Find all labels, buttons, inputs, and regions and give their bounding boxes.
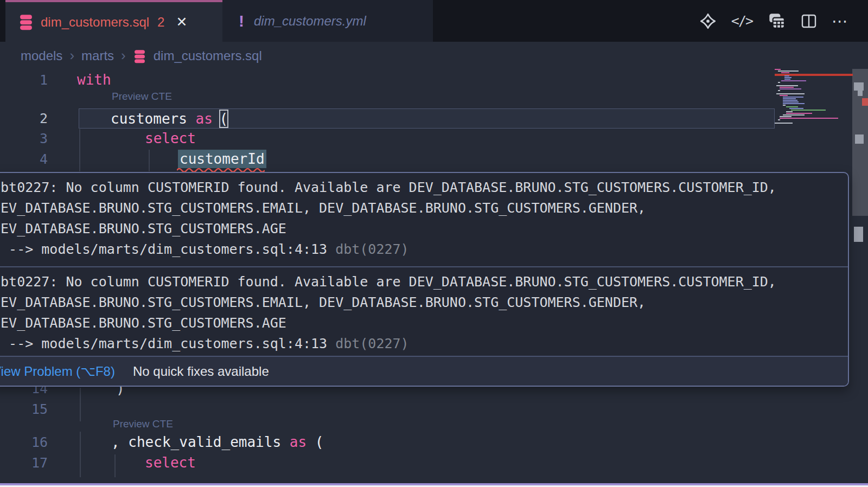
tab-label: dim_customers.yml — [254, 14, 366, 29]
error-location: --> models/marts/dim_customers.sql:4:13 … — [0, 334, 848, 354]
codelens-preview-cte[interactable]: Preview CTE — [113, 418, 173, 430]
indent-guide — [80, 388, 81, 421]
indent-guide — [80, 432, 81, 477]
close-icon[interactable]: ✕ — [176, 14, 187, 30]
more-actions-icon[interactable]: ⋯ — [832, 11, 849, 30]
error-code: dbt(0227) — [335, 336, 409, 351]
indent-guide — [114, 454, 116, 477]
code-token-keyword: as — [196, 111, 213, 127]
minimap-content — [775, 69, 853, 126]
split-editor-icon[interactable] — [800, 13, 818, 29]
highlighted-identifier[interactable]: customerId — [178, 150, 266, 168]
error-text: dbt0227: No column CUSTOMERID found. Ava… — [0, 177, 848, 198]
breadcrumb-item-marts[interactable]: marts — [81, 48, 114, 63]
quick-fix-message: No quick fixes available — [133, 364, 269, 379]
line-number: 1 — [22, 72, 48, 88]
editor-window: dim_customers.sql 2 ✕ ! dim_customers.ym… — [0, 0, 868, 487]
database-icon — [18, 14, 34, 30]
code-line-2[interactable]: 2 customers as( — [0, 108, 868, 129]
code-line-17[interactable]: 17 select — [0, 452, 868, 473]
line-number-active: 2 — [22, 111, 48, 126]
chevron-right-icon: › — [121, 47, 126, 64]
error-text: dbt0227: No column CUSTOMERID found. Ava… — [0, 272, 848, 292]
error-location: --> models/marts/dim_customers.sql:4:13 … — [0, 239, 848, 260]
code-token-keyword: as — [290, 434, 315, 450]
text-cursor: ( — [219, 110, 228, 128]
copy-table-icon[interactable] — [767, 12, 786, 30]
code-token: ( — [315, 434, 324, 450]
error-text: DEV_DATABASE.BRUNO.STG_CUSTOMERS.AGE — [0, 313, 848, 334]
tab-label: dim_customers.sql — [41, 15, 149, 30]
line-number: 4 — [22, 151, 48, 167]
code-line-4[interactable]: 4 — [0, 149, 868, 169]
error-text: DEV_DATABASE.BRUNO.STG_CUSTOMERS.EMAIL, … — [0, 292, 848, 313]
line-number: 15 — [22, 401, 48, 417]
codelens-preview-cte[interactable]: Preview CTE — [112, 91, 172, 102]
line-number: 17 — [22, 455, 48, 471]
tab-dim-customers-yml[interactable]: ! dim_customers.yml — [222, 0, 433, 42]
indent-guide — [149, 150, 150, 171]
warning-icon: ! — [239, 12, 244, 30]
compiled-code-icon[interactable]: </> — [731, 13, 752, 29]
error-text: DEV_DATABASE.BRUNO.STG_CUSTOMERS.AGE — [0, 219, 848, 239]
error-path: --> models/marts/dim_customers.sql:4:13 — [0, 336, 335, 351]
error-text: DEV_DATABASE.BRUNO.STG_CUSTOMERS.EMAIL, … — [0, 198, 848, 219]
breadcrumb: models › marts › dim_customers.sql — [0, 42, 868, 69]
line-number: 16 — [22, 434, 48, 450]
code-line-16[interactable]: 16 , check_valid_emails as ( — [0, 432, 868, 452]
dbt-icon[interactable] — [699, 12, 717, 30]
ruler-marks — [852, 0, 868, 487]
hover-status-bar: View Problem (⌥F8) No quick fixes availa… — [0, 356, 848, 386]
line-number: 3 — [22, 131, 48, 146]
code-line-1[interactable]: 1 with — [0, 69, 868, 90]
dirty-count-badge: 2 — [157, 15, 164, 30]
error-message-block: dbt0227: No column CUSTOMERID found. Ava… — [0, 267, 848, 361]
code-line-15[interactable]: 15 — [0, 399, 868, 419]
code-token: customers — [111, 111, 196, 127]
overview-ruler[interactable] — [852, 0, 868, 487]
view-problem-link[interactable]: View Problem (⌥F8) — [0, 364, 115, 379]
minimap[interactable] — [775, 69, 853, 126]
error-message-block: dbt0227: No column CUSTOMERID found. Ava… — [0, 173, 848, 266]
tab-bar: dim_customers.sql 2 ✕ ! dim_customers.ym… — [0, 0, 868, 42]
editor-actions: </> ⋯ — [699, 0, 849, 42]
error-path: --> models/marts/dim_customers.sql:4:13 — [0, 241, 335, 257]
breadcrumb-item-models[interactable]: models — [21, 48, 62, 63]
breadcrumb-item-file[interactable]: dim_customers.sql — [154, 48, 262, 63]
error-hover-panel: dbt0227: No column CUSTOMERID found. Ava… — [0, 172, 849, 387]
tab-dim-customers-sql[interactable]: dim_customers.sql 2 ✕ — [5, 0, 222, 42]
database-icon — [133, 48, 146, 63]
indent-guide — [79, 129, 80, 171]
chevron-right-icon: › — [69, 47, 74, 64]
code-token: , check_valid_emails — [111, 434, 290, 450]
error-code: dbt(0227) — [335, 241, 409, 257]
code-line-3[interactable]: 3 select — [0, 128, 868, 149]
